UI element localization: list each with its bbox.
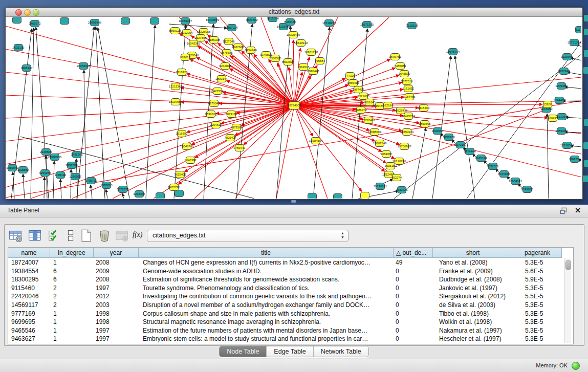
table-row[interactable]: 1830029562008Estimation of significance … [8,275,573,284]
graph-node[interactable] [60,18,69,25]
float-panel-icon[interactable] [560,207,568,214]
graph-node-label: 18325419 [287,33,300,36]
network-view-window[interactable]: citations_edges.txt 14055722069140610053… [5,7,583,200]
table-cell: Yano et al. (2008) [439,258,512,267]
graph-node-label: 7825434 [224,136,236,139]
table-cell: Dudbridge et al. (2008) [439,275,512,284]
column-header-short[interactable]: short [433,248,513,258]
graph-node[interactable] [308,193,317,199]
graph-node-label: 1244419 [553,99,565,102]
graph-node-label: 1405572 [29,22,41,25]
table-cell: 2008 [96,275,138,284]
graph-node-label: 2803144 [215,77,228,80]
row-height-icon[interactable] [64,229,77,242]
column-header-in_degree[interactable]: in_degree [50,248,94,258]
network-window-titlebar[interactable]: citations_edges.txt [6,8,582,17]
graph-node[interactable] [334,194,342,199]
graph-node-label: 17016504 [560,144,574,147]
graph-node [583,14,588,22]
graph-node[interactable] [156,193,165,199]
graph-node-label: 18807249 [373,142,387,145]
dropdown-stepper-icon: ▲▼ [341,231,344,239]
graph-node-label: 10688609 [368,130,382,134]
table-cell: 5.3E-5 [525,318,561,326]
new-table-icon[interactable] [79,229,93,242]
function-builder-icon[interactable]: f(x) [133,231,142,239]
delete-table-icon[interactable] [98,229,111,242]
graph-node-label: 9899695 [419,122,431,125]
table-settings-icon[interactable] [9,229,22,242]
column-header-title[interactable]: title [139,248,394,258]
tab-edge-table[interactable]: Edge Table [267,346,313,357]
table-row[interactable]: 1938455462009Genome-wide association stu… [8,267,573,276]
column-header-out_de[interactable]: △ out_de... [394,248,433,258]
graph-node-label: 8471676 [498,172,510,176]
graph-node[interactable] [150,18,159,25]
table-cell: 6 [53,275,93,284]
graph-node-label: 9242848 [219,64,231,68]
graph-node-label: 6379197 [454,143,467,146]
graph-node[interactable] [13,17,21,24]
table-cell: 0 [396,310,432,318]
citation-network-graph[interactable]: 1405572206914061005328716033809785722415… [6,17,581,199]
table-cell: 1998 [96,318,138,326]
table-cell: 0 [396,335,432,343]
table-scrollbar-thumb[interactable] [565,260,571,270]
graph-node-label: 12213369 [169,85,183,88]
table-panel-title: Table Panel [7,207,39,214]
table-row[interactable]: 911546021997Tourette syndrome. Phenomeno… [8,284,573,293]
column-header-pagerank[interactable]: pagerank [513,248,562,258]
graph-node-label: 10053287 [179,19,192,23]
graph-node-label: 989013 [180,56,191,59]
close-panel-icon[interactable]: ✕ [575,206,581,214]
table-cell: 1 [53,335,93,343]
table-row[interactable]: 1456911722003Disruption of a novel membe… [8,301,573,310]
table-row[interactable]: 977716911998Corpus callosum shape and si… [8,310,573,318]
graph-node-label: 2605105 [12,46,25,49]
graph-node[interactable] [361,192,369,199]
graph-node-label: 1905147 [20,67,33,70]
network-select-dropdown[interactable]: citations_edges.txt ▲▼ [147,230,349,242]
graph-node-label: 2126505 [40,150,52,154]
select-all-rows-icon[interactable] [48,229,61,242]
tab-node-table[interactable]: Node Table [220,346,267,357]
table-cell: 5.3E-5 [525,335,561,343]
graph-node-label: 1161652 [403,87,415,90]
table-cell: Changes of HCN gene expression and I(f) … [143,258,393,267]
column-select-icon[interactable] [28,229,41,242]
graph-node-label: 7986372 [355,108,367,112]
graph-node [583,119,588,126]
table-row[interactable]: 1872400712008Changes of HCN gene express… [8,258,573,267]
table-row[interactable]: 946554611997Estimation of the future num… [8,326,573,335]
import-table-icon [115,229,128,242]
panel-drag-handle[interactable] [291,200,296,203]
table-cell: 0 [396,292,432,301]
column-header-name[interactable]: name [8,248,50,258]
graph-node-label: 18640910 [294,41,308,45]
table-cell: 2 [53,284,93,293]
graph-node-label: 9457791 [168,186,180,189]
table-scrollbar[interactable] [564,258,571,343]
graph-node-label: 1601645 [363,101,376,104]
graph-node-label: 9227343 [558,70,570,73]
table-cell: 18300295 [11,275,49,284]
graph-node[interactable] [121,18,130,25]
network-canvas[interactable]: 1405572206914061005328716033809785722415… [6,17,581,199]
table-cell: 9465546 [11,326,49,335]
graph-node-label: 1678275 [117,188,129,191]
graph-node-label: 8990448 [307,70,319,73]
graph-node-label: 9397585 [66,164,78,167]
table-row[interactable]: 946362711997Embryonic stem cells: a mode… [8,335,573,343]
graph-node-label: 9084067 [380,152,393,156]
column-header-year[interactable]: year [94,248,139,258]
graph-node-label: 1875751 [389,55,401,58]
graph-node-label: 1294275 [39,171,51,174]
table-row[interactable]: 969969511998Structural magnetic resonanc… [8,318,573,326]
graph-node-label: 11175 [576,28,581,31]
tab-network-table[interactable]: Network Table [314,346,368,357]
graph-node-label: 10025438 [394,109,408,112]
graph-node-label: 1588520 [269,57,281,60]
table-cell: 1997 [96,335,138,343]
table-row[interactable]: 2242004622012Investigating the contribut… [8,292,573,301]
graph-node[interactable] [175,190,184,197]
